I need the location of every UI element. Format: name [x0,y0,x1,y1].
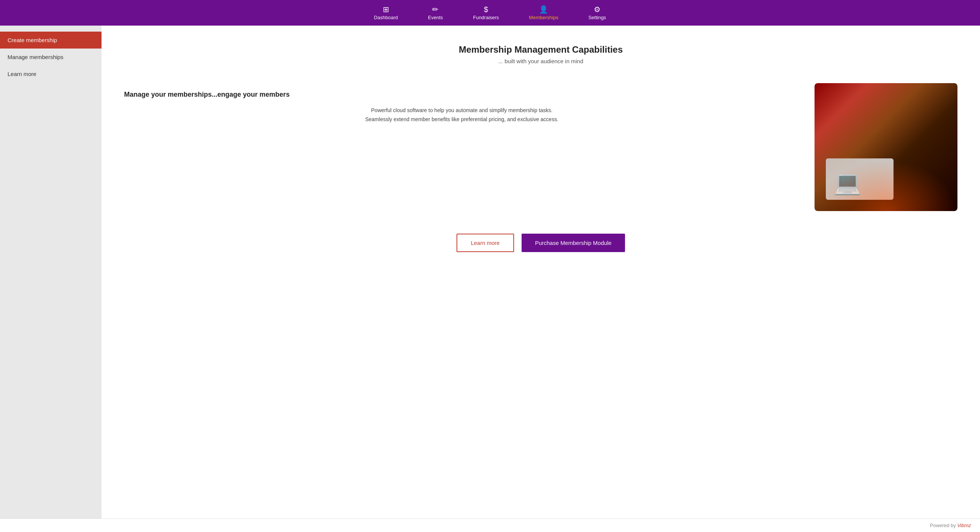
nav-label-fundraisers: Fundraisers [473,15,499,20]
content-text-section: Manage your memberships...engage your me… [124,83,800,124]
nav-label-dashboard: Dashboard [374,15,398,20]
nav-label-settings: Settings [589,15,606,20]
dashboard-icon: ⊞ [383,6,389,13]
fundraisers-icon: $ [484,6,488,13]
membership-image [815,83,958,211]
footer-brand: Vibrnz [957,522,971,528]
image-glow [815,160,958,211]
main-layout: Create membership Manage memberships Lea… [0,25,980,518]
content-subtitle: ... built with your audience in mind [124,58,958,64]
settings-icon: ⚙ [594,6,601,13]
sidebar-label-create-membership: Create membership [8,37,57,43]
nav-item-memberships[interactable]: 👤 Memberships [514,2,573,24]
content-title: Membership Management Capabilities [124,45,958,55]
nav-label-events: Events [428,15,443,20]
sidebar-item-learn-more[interactable]: Learn more [0,65,102,83]
learn-more-button[interactable]: Learn more [457,234,514,252]
footer: Powered by Vibrnz [0,518,980,532]
content-heading: Manage your memberships...engage your me… [124,91,800,99]
content-image [815,83,958,211]
sidebar-item-manage-memberships[interactable]: Manage memberships [0,49,102,65]
main-content: Membership Management Capabilities ... b… [102,25,980,518]
nav-item-dashboard[interactable]: ⊞ Dashboard [359,2,413,24]
sidebar-item-create-membership[interactable]: Create membership [0,32,102,49]
purchase-button[interactable]: Purchase Membership Module [522,234,625,252]
buttons-area: Learn more Purchase Membership Module [124,234,958,252]
sidebar: Create membership Manage memberships Lea… [0,25,102,518]
content-desc: Powerful cloud software to help you auto… [124,106,800,124]
nav-item-fundraisers[interactable]: $ Fundraisers [458,2,514,24]
sidebar-label-learn-more: Learn more [8,71,37,77]
events-icon: ✏ [432,6,439,13]
footer-powered-text: Powered by [930,522,957,528]
content-body: Manage your memberships...engage your me… [124,83,958,211]
sidebar-label-manage-memberships: Manage memberships [8,54,63,60]
nav-items: ⊞ Dashboard ✏ Events $ Fundraisers 👤 Mem… [359,2,621,24]
memberships-icon: 👤 [539,6,548,13]
nav-item-events[interactable]: ✏ Events [413,2,458,24]
nav-item-settings[interactable]: ⚙ Settings [573,2,621,24]
top-navigation: ⊞ Dashboard ✏ Events $ Fundraisers 👤 Mem… [0,0,980,25]
nav-label-memberships: Memberships [529,15,558,20]
